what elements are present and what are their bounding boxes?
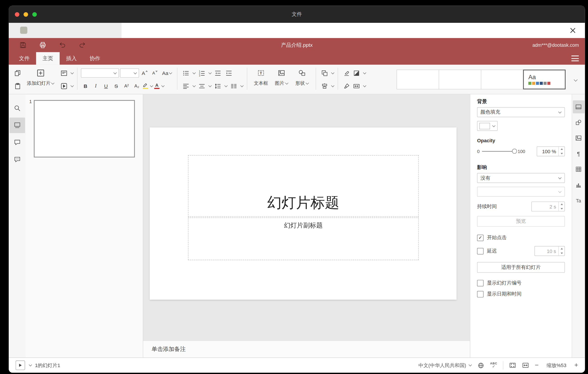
increase-indent-button[interactable] [224,68,233,78]
table-settings-button[interactable] [573,163,584,176]
copy-button[interactable] [12,68,22,78]
delay-checkbox[interactable] [477,248,484,254]
opacity-input[interactable]: 100 % [537,146,565,156]
tab-collaboration[interactable]: 协作 [83,52,106,65]
horizontal-align-button[interactable] [181,81,190,91]
show-date-time-checkbox[interactable] [477,291,484,297]
chart-settings-button[interactable] [573,178,584,191]
theme-gallery-expand-button[interactable] [571,70,579,89]
slider-knob[interactable] [512,149,517,154]
comments-panel-button[interactable] [10,135,25,150]
fill-type-select[interactable]: 颜色填充 [477,107,565,117]
apply-to-all-button[interactable]: 适用于所有幻灯片 [477,262,565,273]
document-language-button[interactable] [478,362,484,369]
spin-up[interactable] [559,202,565,207]
close-button[interactable] [567,24,579,36]
fit-slide-button[interactable] [509,362,516,369]
duration-input[interactable]: 2 s [532,201,565,211]
effect-variant-select[interactable] [477,187,565,197]
search-panel-button[interactable] [10,100,25,116]
spin-up[interactable] [559,147,565,151]
tab-home[interactable]: 主页 [36,52,60,65]
print-button[interactable] [38,41,47,49]
start-on-click-checkbox[interactable] [477,234,484,241]
slide-canvas[interactable]: 幻灯片标题 幻灯片副标题 [143,94,470,341]
slide-thumbnail-1[interactable] [34,100,135,157]
strikethrough-button[interactable]: S [112,81,121,91]
zoom-in-button[interactable]: + [574,362,578,369]
decrease-font-button[interactable]: A [150,68,159,78]
close-traffic-light[interactable] [15,12,19,17]
start-slideshow-button[interactable] [59,81,69,91]
insert-textbox-button[interactable]: T 文本框 [251,67,271,87]
clear-style-button[interactable] [342,68,351,78]
table-settings-icon [575,166,582,173]
undo-button[interactable] [58,41,66,49]
italic-button[interactable]: I [91,81,100,91]
paragraph-settings-button[interactable]: ¶ [573,147,584,160]
effect-select[interactable]: 没有 [477,173,565,183]
feedback-panel-button[interactable] [10,152,25,167]
image-settings-button[interactable] [573,132,584,144]
opacity-slider[interactable] [482,149,517,154]
slide-layout-button[interactable] [59,68,69,78]
slide-surface[interactable]: 幻灯片标题 幻灯片副标题 [150,128,457,300]
slides-panel-button[interactable] [10,117,25,133]
redo-button[interactable] [78,41,86,49]
add-slide-button[interactable]: 添加幻灯片 [22,67,59,93]
fit-width-button[interactable] [522,362,529,369]
spin-up[interactable] [559,246,565,251]
line-spacing-button[interactable] [213,81,222,91]
highlight-color-button[interactable] [143,83,148,89]
color-scheme-button[interactable] [351,68,361,78]
spellcheck-button[interactable]: ABC ✓ [490,362,497,369]
theme-option-2[interactable] [439,70,481,89]
zoom-traffic-light[interactable] [32,12,37,17]
shape-settings-button[interactable] [573,116,584,129]
preview-button[interactable]: 预览 [477,216,565,227]
decrease-indent-button[interactable] [213,68,222,78]
numbered-list-button[interactable]: 1 2 3 [197,68,207,78]
menu-button[interactable] [571,55,579,61]
spin-down[interactable] [559,251,565,255]
tab-file[interactable]: 文件 [12,52,36,65]
delay-input[interactable]: 10 s [534,246,565,256]
tab-insert[interactable]: 插入 [60,52,83,65]
increase-font-button[interactable]: A [140,68,149,78]
fill-color-select[interactable] [477,121,498,131]
spin-down[interactable] [559,152,565,156]
language-select[interactable]: 中文(中华人民共和国) [419,362,472,369]
save-button[interactable] [19,41,27,49]
change-case-button[interactable]: Aa [161,68,174,78]
font-color-button[interactable]: A [154,83,159,89]
underline-button[interactable]: U [101,81,111,91]
copy-style-button[interactable] [342,81,351,91]
slide-size-button[interactable] [351,81,361,91]
bullet-list-button[interactable] [181,68,190,78]
superscript-button[interactable]: A² [122,81,131,91]
subscript-button[interactable]: A₂ [132,81,141,91]
theme-option-selected[interactable]: Aa [523,70,566,89]
subtitle-placeholder[interactable]: 幻灯片副标题 [188,218,419,260]
title-placeholder[interactable]: 幻灯片标题 [188,155,419,217]
show-slide-number-checkbox[interactable] [477,280,484,286]
start-slideshow-statusbar-button[interactable] [16,361,25,370]
align-shapes-button[interactable] [319,81,329,91]
slide-settings-button[interactable] [573,100,584,113]
columns-button[interactable] [229,81,239,91]
font-name-select[interactable] [81,68,119,78]
vertical-align-button[interactable] [197,81,207,91]
minimize-traffic-light[interactable] [23,12,28,17]
theme-option-3[interactable] [481,70,524,89]
spin-down[interactable] [559,207,565,211]
theme-option-1[interactable] [397,70,439,89]
font-size-select[interactable] [120,68,139,78]
zoom-out-button[interactable]: − [535,362,539,369]
insert-shape-button[interactable]: 形状 [292,67,312,87]
notes-area[interactable]: 单击添加备注 [143,341,470,358]
paste-button[interactable] [12,81,22,91]
insert-image-button[interactable]: 图片 [271,67,292,87]
bold-button[interactable]: B [81,81,90,91]
textart-settings-button[interactable]: Ta [573,194,584,207]
arrange-shapes-button[interactable] [319,68,329,78]
